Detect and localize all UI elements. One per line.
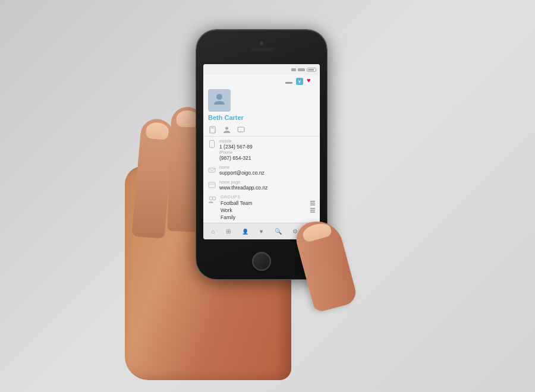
mobile-label: mobile bbox=[219, 139, 315, 143]
tab-add-contact-icon[interactable]: 👤 bbox=[242, 229, 248, 235]
group-item-football: Football Team bbox=[221, 200, 315, 206]
group-menu-icon[interactable] bbox=[310, 201, 315, 206]
svg-rect-7 bbox=[209, 168, 215, 172]
svg-rect-1 bbox=[210, 127, 215, 133]
tab-heart-icon[interactable]: ♥ bbox=[260, 228, 263, 235]
home-label: home bbox=[219, 165, 315, 169]
mobile-value: 1 (234) 567-89 bbox=[219, 144, 315, 150]
tab-message-icon[interactable] bbox=[237, 125, 245, 134]
tab-icons bbox=[203, 124, 320, 137]
speaker-slot bbox=[250, 48, 273, 51]
tab-home-icon[interactable]: ⌂ bbox=[211, 228, 215, 235]
heart-icon[interactable]: ♥ bbox=[307, 77, 315, 86]
phone-screen: Y ♥ Beth Carter bbox=[203, 64, 320, 239]
status-bar-icons bbox=[291, 68, 316, 72]
groups-row: GROUPS Football Team Work bbox=[208, 195, 315, 222]
email-content: home support@oigo.co.nz bbox=[219, 165, 315, 176]
info-section: mobile 1 (234) 567-89 iPhone (987) 654-3… bbox=[203, 137, 320, 226]
tab-person-icon[interactable] bbox=[222, 125, 231, 134]
contact-name: Beth Carter bbox=[203, 113, 320, 124]
group-item-work: Work bbox=[221, 207, 315, 213]
svg-point-3 bbox=[225, 127, 228, 129]
mobile-row: mobile 1 (234) 567-89 iPhone (987) 654-3… bbox=[208, 139, 315, 162]
hand-phone-container: Y ♥ Beth Carter bbox=[113, 12, 422, 380]
phone-top bbox=[250, 42, 273, 51]
group-item-family: Family bbox=[221, 214, 315, 220]
scene: Y ♥ Beth Carter bbox=[0, 0, 535, 392]
homepage-row: home page www.threadapp.co.nz bbox=[208, 180, 315, 191]
email-row: home support@oigo.co.nz bbox=[208, 165, 315, 176]
action-row: Y ♥ bbox=[203, 75, 320, 87]
group-menu-icon-2[interactable] bbox=[310, 208, 315, 213]
group-name-work: Work bbox=[221, 207, 232, 213]
tab-grid-icon[interactable]: ⊞ bbox=[226, 228, 231, 235]
tab-phone-icon[interactable] bbox=[208, 125, 216, 134]
svg-rect-4 bbox=[238, 127, 244, 132]
homepage-icon bbox=[208, 181, 216, 188]
tab-search-icon[interactable]: 🔍 bbox=[275, 228, 282, 235]
avatar-person-icon bbox=[213, 93, 226, 109]
email-icon bbox=[208, 166, 216, 173]
mobile-content: mobile 1 (234) 567-89 iPhone (987) 654-3… bbox=[219, 139, 315, 162]
home-button[interactable] bbox=[252, 252, 271, 271]
contact-avatar bbox=[208, 89, 231, 112]
homepage-label: home page bbox=[219, 180, 315, 184]
homepage-value: www.threadapp.co.nz bbox=[219, 185, 315, 191]
y-icon[interactable]: Y bbox=[296, 78, 303, 85]
homepage-content: home page www.threadapp.co.nz bbox=[219, 180, 315, 191]
minus-icon[interactable] bbox=[285, 82, 292, 84]
avatar-row bbox=[203, 87, 320, 113]
wifi-icon bbox=[298, 68, 305, 71]
svg-point-0 bbox=[216, 94, 222, 100]
svg-rect-8 bbox=[209, 182, 215, 188]
svg-rect-2 bbox=[211, 128, 214, 128]
signal-icon bbox=[291, 68, 296, 71]
battery-icon bbox=[307, 68, 316, 72]
iphone-label: iPhone bbox=[219, 150, 315, 154]
group-name-football: Football Team bbox=[221, 200, 252, 206]
camera-dot bbox=[260, 42, 263, 45]
mobile-icon bbox=[208, 140, 216, 147]
groups-icon bbox=[208, 195, 217, 204]
group-name-family: Family bbox=[221, 214, 235, 220]
groups-content: GROUPS Football Team Work bbox=[221, 195, 315, 222]
status-bar bbox=[203, 64, 320, 75]
svg-point-6 bbox=[212, 146, 212, 147]
iphone-value: (987) 654-321 bbox=[219, 155, 315, 162]
groups-label: GROUPS bbox=[221, 195, 315, 199]
email-value: support@oigo.co.nz bbox=[219, 170, 315, 176]
